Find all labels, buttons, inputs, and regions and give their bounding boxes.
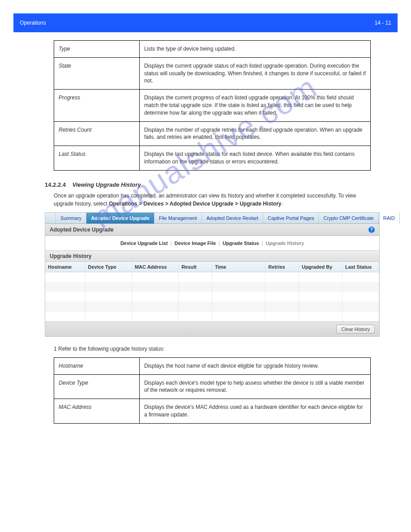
grid-row	[45, 292, 379, 302]
grid-cell	[299, 282, 342, 292]
help-icon[interactable]: ?	[368, 227, 375, 233]
table-row: Device TypeDisplays each device's model …	[54, 374, 371, 399]
subtab-upgrade-history[interactable]: Upgrade History	[266, 240, 304, 246]
def-desc: Displays the host name of each device el…	[139, 357, 370, 374]
tab-summary[interactable]: Summary	[56, 213, 86, 223]
separator: |	[218, 240, 220, 246]
table-row: TypeLists the type of device being updat…	[54, 41, 371, 58]
screenshot-tabbar: . SummaryAdopted Device UpgradeFile Mana…	[45, 213, 379, 224]
def-label: Hostname	[54, 357, 140, 374]
grid-cell	[45, 282, 86, 292]
grid-row	[45, 302, 379, 312]
table-row: Retries CountDisplays the number of upgr…	[54, 121, 371, 146]
subtab-device-upgrade-list[interactable]: Device Upgrade List	[120, 240, 168, 246]
table-row: MAC AddressDisplays the device's MAC Add…	[54, 399, 371, 424]
grid-cell	[342, 292, 379, 302]
grid-cell	[212, 312, 265, 322]
step-1: 1 Refer to the following upgrade history…	[54, 345, 371, 353]
tab-crypto-cmp-certificate[interactable]: Crypto CMP Certificate	[319, 213, 378, 223]
grid-cell	[212, 302, 265, 312]
grid-cell	[342, 272, 379, 282]
ui-screenshot: . SummaryAdopted Device UpgradeFile Mana…	[45, 212, 380, 337]
definitions-table-1: TypeLists the type of device being updat…	[54, 40, 371, 171]
tab-raid[interactable]: RAID	[379, 213, 400, 223]
grid-cell	[132, 272, 179, 282]
def-desc: Displays the current upgrade status of e…	[139, 57, 370, 89]
def-label: Progress	[54, 90, 140, 121]
grid-cell	[265, 292, 299, 302]
grid-cell	[265, 312, 299, 322]
col-hostname[interactable]: Hostname	[45, 262, 86, 272]
screenshot-subtabs: Device Upgrade List|Device Image File|Up…	[45, 236, 379, 250]
grid-cell	[299, 302, 342, 312]
clear-history-button[interactable]: Clear History	[336, 325, 375, 334]
definitions-table-2: HostnameDisplays the host name of each d…	[54, 357, 371, 424]
grid-cell	[299, 312, 342, 322]
grid-cell	[179, 312, 212, 322]
table-row: Last StatusDisplays the last upgrade sta…	[54, 146, 371, 171]
banner-left: Operations	[20, 20, 46, 26]
col-retries[interactable]: Retries	[265, 262, 299, 272]
grid-cell	[212, 272, 265, 282]
grid-cell	[132, 292, 179, 302]
grid-cell	[86, 292, 132, 302]
table-row: ProgressDisplays the current progress of…	[54, 90, 371, 121]
grid-cell	[86, 312, 132, 322]
col-result[interactable]: Result	[179, 262, 212, 272]
grid-cell	[179, 292, 212, 302]
def-desc: Displays the number of upgrade retries f…	[139, 121, 370, 146]
def-desc: Displays the last upgrade status for eac…	[139, 146, 370, 171]
grid-cell	[179, 272, 212, 282]
grid-header: HostnameDevice TypeMAC AddressResultTime…	[45, 262, 379, 272]
section-heading: 14.2.2.4 Viewing Upgrade History	[45, 181, 371, 188]
col-upgraded-by[interactable]: Upgraded By	[299, 262, 342, 272]
screenshot-header: Adopted Device Upgrade ?	[45, 224, 379, 236]
def-desc: Displays the current progress of each li…	[139, 90, 370, 121]
section-number: 14.2.2.4	[45, 181, 66, 188]
tab-captive-portal-pages[interactable]: Captive Portal Pages	[263, 213, 319, 223]
def-label: State	[54, 57, 140, 89]
grid-row	[45, 282, 379, 292]
def-label: Type	[54, 41, 140, 58]
grid-body	[45, 272, 379, 322]
grid-cell	[86, 272, 132, 282]
section-title: Viewing Upgrade History	[72, 181, 141, 188]
def-label: Last Status	[54, 146, 140, 171]
subtab-upgrade-status[interactable]: Upgrade Status	[223, 240, 259, 246]
tab-file-management[interactable]: File Management	[154, 213, 202, 223]
panel-title: Adopted Device Upgrade	[50, 227, 114, 233]
grid-cell	[265, 302, 299, 312]
col-last-status[interactable]: Last Status	[342, 262, 379, 272]
grid-cell	[342, 302, 379, 312]
table-row: HostnameDisplays the host name of each d…	[54, 357, 371, 374]
grid-cell	[86, 302, 132, 312]
intro-path: Operations > Devices > Adopted Device Up…	[109, 201, 281, 207]
def-desc: Displays each device's model type to hel…	[139, 374, 370, 399]
grid-cell	[342, 282, 379, 292]
grid-row	[45, 272, 379, 282]
grid-cell	[132, 312, 179, 322]
screenshot-section-title: Upgrade History	[45, 250, 379, 262]
def-desc: Displays the device's MAC Address used a…	[139, 399, 370, 424]
separator: |	[171, 240, 172, 246]
banner-right: 14 - 11	[375, 20, 391, 26]
page-banner: Operations 14 - 11	[13, 13, 398, 32]
grid-cell	[212, 282, 265, 292]
col-device-type[interactable]: Device Type	[86, 262, 132, 272]
grid-cell	[342, 312, 379, 322]
intro-paragraph: Once an upgrade operation has completed,…	[54, 192, 371, 208]
grid-cell	[86, 282, 132, 292]
grid-cell	[265, 272, 299, 282]
grid-cell	[45, 292, 86, 302]
grid-cell	[212, 292, 265, 302]
grid-cell	[45, 272, 86, 282]
col-time[interactable]: Time	[212, 262, 265, 272]
tab-adopted-device-upgrade[interactable]: Adopted Device Upgrade	[86, 213, 154, 223]
col-mac-address[interactable]: MAC Address	[132, 262, 179, 272]
grid-row	[45, 312, 379, 322]
tab-adopted-device-restart[interactable]: Adopted Device Restart	[202, 213, 263, 223]
table-row: StateDisplays the current upgrade status…	[54, 57, 371, 89]
tab-spacer: .	[45, 213, 56, 223]
def-desc: Lists the type of device being updated.	[139, 41, 370, 58]
subtab-device-image-file[interactable]: Device Image File	[175, 240, 216, 246]
